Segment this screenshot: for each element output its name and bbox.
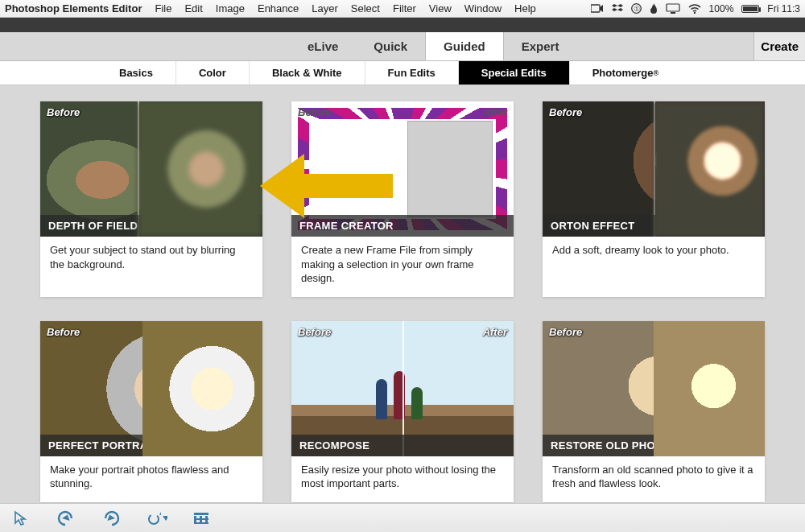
subnav-fun[interactable]: Fun Edits [365,61,458,85]
tab-elive[interactable]: eLive [290,32,356,60]
battery-pct: 100% [709,3,734,14]
card-thumb: Before After RESTORE OLD PHOTO [543,321,765,456]
split-divider [142,321,144,456]
tab-guided[interactable]: Guided [425,32,504,60]
card-title: ORTON EFFECT [543,215,765,237]
pointer-tool-icon[interactable] [10,507,32,530]
svg-text:①: ① [633,5,639,13]
card-thumb: Before After FRAME CREATOR [291,101,514,237]
wifi-icon[interactable] [688,4,701,14]
grid-icon [194,513,208,524]
card-desc: Add a soft, dreamy look to your photo. [543,237,765,282]
card-thumb: Before After PERFECT PORTRAIT [40,321,262,456]
card-thumb: Before After ORTON EFFECT [543,101,765,237]
battery-icon[interactable] [741,5,759,13]
dropbox-icon[interactable] [612,4,623,14]
display-icon[interactable] [666,3,680,14]
before-label: Before [47,106,80,118]
menubar-clock: Fri 11:3 [767,3,800,14]
subnav-photomerge[interactable]: Photomerge® [569,61,681,85]
card-title: RESTORE OLD PHOTO [543,435,765,456]
app-titlebar [0,18,805,32]
before-label: Before [47,326,80,338]
menu-file[interactable]: File [155,2,171,14]
card-recompose[interactable]: Before After RECOMPOSE Easily resize you… [291,321,514,502]
card-restore-old-photo[interactable]: Before After RESTORE OLD PHOTO Transform… [543,321,765,502]
card-desc: Easily resize your photo without losing … [291,456,514,502]
svg-rect-4 [671,12,675,14]
after-label: After [734,326,758,338]
after-label: After [483,106,507,118]
menu-image[interactable]: Image [216,2,245,14]
subnav-special[interactable]: Special Edits [458,61,569,85]
after-label: After [232,106,256,118]
rotate-button[interactable] [145,507,167,530]
card-title: DEPTH OF FIELD [40,215,262,237]
circle-i-icon[interactable]: ① [631,3,642,14]
card-orton-effect[interactable]: Before After ORTON EFFECT Add a soft, dr… [543,101,765,297]
guided-card-grid: Before After DEPTH OF FIELD Get your sub… [0,85,805,518]
tab-quick[interactable]: Quick [356,32,425,60]
card-desc: Create a new Frame File from simply maki… [291,237,514,297]
menu-select[interactable]: Select [351,2,380,14]
app-name: Photoshop Elements Editor [5,2,142,14]
flame-icon[interactable] [650,3,658,14]
svg-point-5 [693,11,695,13]
menu-edit[interactable]: Edit [184,2,202,14]
menu-view[interactable]: View [429,2,452,14]
guided-subnav: Basics Color Black & White Fun Edits Spe… [0,61,805,85]
create-button[interactable]: Create [753,32,805,60]
undo-button[interactable] [55,507,77,530]
card-title: RECOMPOSE [291,435,514,456]
split-divider [138,101,139,237]
menu-window[interactable]: Window [464,2,502,14]
menu-layer[interactable]: Layer [312,2,338,14]
menu-enhance[interactable]: Enhance [258,2,299,14]
card-frame-creator[interactable]: Before After FRAME CREATOR Create a new … [291,101,514,297]
after-label: After [483,326,507,338]
menu-filter[interactable]: Filter [393,2,416,14]
before-label: Before [298,106,331,118]
card-desc: Transform an old scanned photo to give i… [543,456,765,502]
card-title: FRAME CREATOR [291,215,514,237]
mac-menubar: Photoshop Elements Editor File Edit Imag… [0,0,805,18]
after-label: After [232,326,256,338]
card-desc: Make your portrait photos flawless and s… [40,456,262,502]
card-thumb: Before After DEPTH OF FIELD [40,101,262,237]
before-label: Before [298,326,331,338]
card-perfect-portrait[interactable]: Before After PERFECT PORTRAIT Make your … [40,321,262,502]
redo-button[interactable] [100,507,122,530]
layout-grid-button[interactable] [190,507,213,530]
card-title: PERFECT PORTRAIT [40,435,262,456]
split-divider [654,321,655,456]
subnav-color[interactable]: Color [175,61,249,85]
subnav-basics[interactable]: Basics [97,61,175,85]
subnav-bw[interactable]: Black & White [249,61,365,85]
frame-selection [407,121,493,217]
before-label: Before [549,326,582,338]
tab-expert[interactable]: Expert [504,32,577,60]
before-label: Before [549,106,582,118]
card-depth-of-field[interactable]: Before After DEPTH OF FIELD Get your sub… [40,101,262,297]
mode-tabs: eLive Quick Guided Expert Create [0,32,805,61]
svg-rect-3 [667,4,679,11]
video-icon[interactable] [591,4,604,13]
menu-help[interactable]: Help [514,2,536,14]
svg-rect-0 [591,5,600,12]
bottom-toolbar [0,503,805,532]
card-desc: Get your subject to stand out by blurrin… [40,237,262,282]
svg-point-6 [149,514,159,524]
split-divider [654,101,655,237]
card-thumb: Before After RECOMPOSE [291,321,514,456]
after-label: After [734,106,758,118]
